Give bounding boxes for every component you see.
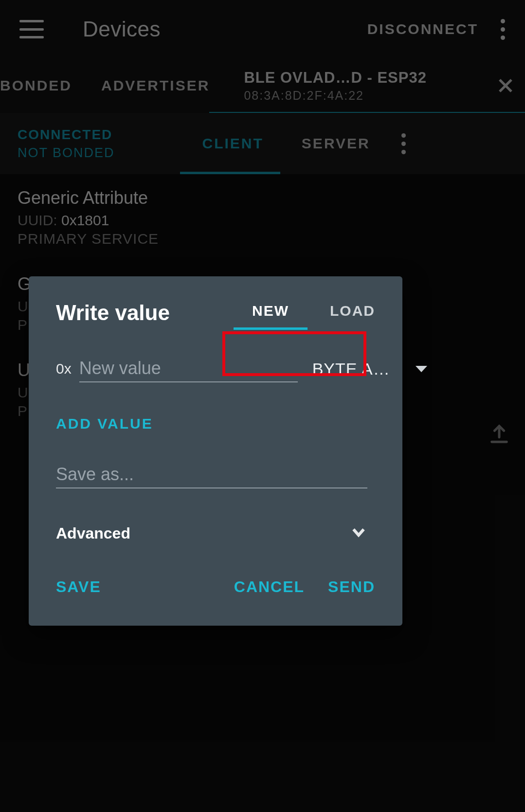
send-button[interactable]: SEND (328, 578, 375, 596)
dialog-tab-load[interactable]: LOAD (330, 303, 375, 328)
dialog-tabs: NEW LOAD (252, 303, 375, 328)
dialog-tab-new[interactable]: NEW (252, 303, 289, 328)
write-value-dialog: Write value NEW LOAD 0x BYTE A… ADD VALU… (29, 276, 402, 626)
hex-prefix-label: 0x (56, 361, 72, 377)
chevron-down-icon (416, 366, 427, 372)
value-type-selected: BYTE A… (312, 360, 390, 379)
value-type-dropdown[interactable]: BYTE A… (302, 349, 439, 388)
add-value-button[interactable]: ADD VALUE (56, 415, 375, 432)
save-button[interactable]: SAVE (56, 578, 101, 596)
chevron-down-icon (350, 523, 367, 543)
value-input[interactable] (79, 355, 298, 382)
save-as-input[interactable] (56, 461, 367, 488)
advanced-label: Advanced (56, 524, 130, 542)
cancel-button[interactable]: CANCEL (234, 578, 305, 596)
dialog-title: Write value (56, 301, 170, 325)
advanced-toggle[interactable]: Advanced (56, 523, 367, 543)
